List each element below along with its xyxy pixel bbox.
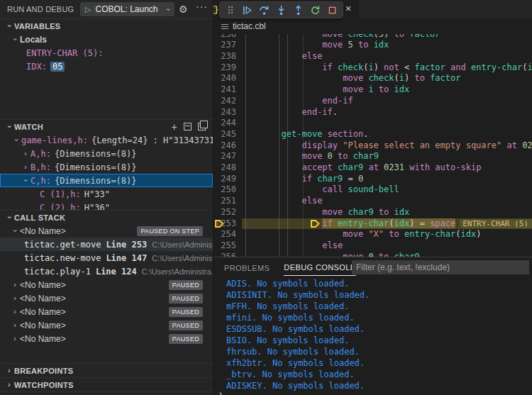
watch-row[interactable]: ›C (2),h:H"36" xyxy=(0,201,213,210)
console-output-line: ADIS. No symbols loaded. xyxy=(226,278,532,289)
tab-problems[interactable]: PROBLEMS xyxy=(224,260,270,276)
token: move xyxy=(343,252,368,257)
code-line[interactable]: 237move 5 to idx xyxy=(214,40,532,51)
watch-row[interactable]: ›A,h:{Dimensions=(8)} xyxy=(0,147,213,160)
call-stack-thread-row[interactable]: ›<No Name>PAUSED xyxy=(0,305,213,318)
line-number[interactable]: 243 xyxy=(214,107,236,118)
tab-debug-console[interactable]: DEBUG CONSOLE xyxy=(284,259,355,276)
token: at xyxy=(506,140,522,150)
code-line[interactable]: 256move 0 to char9 xyxy=(214,252,532,257)
variables-section-header[interactable]: › VARIABLES xyxy=(0,18,213,33)
line-number[interactable]: 244 xyxy=(214,118,236,129)
line-number[interactable]: 246 xyxy=(214,140,236,152)
line-number[interactable]: 248 xyxy=(214,162,236,174)
variable-row[interactable]: ENTRY-CHAR (5): xyxy=(0,46,213,60)
line-number[interactable]: 240 xyxy=(214,73,236,84)
code-line[interactable]: 246display "Please select an empty squar… xyxy=(214,140,532,152)
line-number[interactable]: 245 xyxy=(214,129,236,140)
call-stack-frame-row[interactable]: tictac.new-moveLine 147C:\Users\Adminis… xyxy=(0,251,213,265)
more-actions-icon[interactable]: ··· xyxy=(196,1,208,12)
line-number[interactable]: 238 xyxy=(214,51,236,62)
line-number[interactable]: 249 xyxy=(214,174,236,185)
debug-sidebar-titlebar: RUN AND DEBUG ▷ COBOL: Launch › ⚙ ··· xyxy=(0,0,213,18)
code-line[interactable]: 239if check(i) not < factor and entry-ch… xyxy=(214,62,532,74)
call-stack-thread-row[interactable]: ›<No Name>PAUSED xyxy=(0,318,213,332)
line-number[interactable]: 251 xyxy=(214,196,236,207)
call-stack-thread-row[interactable]: ›<No Name>PAUSED xyxy=(0,291,213,305)
section-header-watchpoints[interactable]: ›WATCHPOINTS xyxy=(0,377,213,391)
console-input-prompt[interactable]: › xyxy=(218,388,223,395)
code-line[interactable]: 249if char9 = 0 xyxy=(214,174,532,185)
code-line[interactable]: 241move i to idx xyxy=(214,84,532,96)
code-line[interactable]: 240move check(i) to factor xyxy=(214,73,532,84)
call-stack-frame-row[interactable]: tictac.play-1Line 124C:\Users\Administra… xyxy=(0,265,213,278)
step-into-button[interactable] xyxy=(275,4,287,16)
close-icon[interactable]: × xyxy=(342,3,355,14)
code-line[interactable]: 245get-move section. xyxy=(214,129,532,140)
remove-all-expressions-icon[interactable] xyxy=(198,123,206,130)
console-filter-input[interactable] xyxy=(352,260,529,274)
settings-gear-icon[interactable]: ⚙ xyxy=(179,4,188,15)
code-line[interactable]: 250call sound-bell xyxy=(214,184,532,196)
line-number[interactable]: 252 xyxy=(214,207,236,218)
code-line[interactable]: 252move char9 to idx xyxy=(214,207,532,218)
variables-scope-row[interactable]: ›Locals xyxy=(0,33,213,46)
line-number[interactable]: 255 xyxy=(214,240,236,252)
call-stack-thread-row[interactable]: ›<No Name>PAUSED ON STEP xyxy=(0,224,213,238)
call-stack-section: › CALL STACK ›<No Name>PAUSED ON STEPtic… xyxy=(0,210,213,363)
token: check xyxy=(368,73,394,83)
variable-row[interactable]: IDX:05 xyxy=(0,60,213,73)
drag-handle-icon[interactable] xyxy=(224,4,236,16)
watch-row[interactable]: ›C,h:{Dimensions=(8)} xyxy=(0,174,213,187)
token: idx xyxy=(460,229,476,239)
token: at xyxy=(368,162,384,172)
line-number[interactable]: 254 xyxy=(214,229,236,240)
line-number[interactable]: 237 xyxy=(214,40,236,51)
code-tokens: move "X" to entry-char(idx) xyxy=(343,229,481,239)
watch-row[interactable]: ›B,h:{Dimensions=(8)} xyxy=(0,160,213,174)
watch-row[interactable]: ›C (1),h:H"33" xyxy=(0,187,213,201)
line-number[interactable]: 241 xyxy=(214,84,236,96)
watch-expression-name: B,h: xyxy=(31,162,51,172)
call-stack-frame-row[interactable]: tictac.get-moveLine 253C:\Users\Adminis… xyxy=(0,238,213,251)
section-header-breakpoints[interactable]: ›BREAKPOINTS xyxy=(0,363,213,377)
add-expression-icon[interactable]: + xyxy=(172,121,177,133)
call-stack-section-header[interactable]: › CALL STACK xyxy=(0,210,213,224)
watch-section-header[interactable]: › WATCH + xyxy=(0,119,213,133)
thread-name: <No Name> xyxy=(20,226,66,236)
code-line[interactable]: 244 xyxy=(214,118,532,129)
stop-button[interactable] xyxy=(326,4,338,16)
code-line[interactable]: 248accept char9 at 0231 with auto-skip xyxy=(214,162,532,174)
breadcrumb[interactable]: tictac.cbl xyxy=(214,18,532,34)
line-number[interactable]: 242 xyxy=(214,96,236,107)
collapse-all-icon[interactable] xyxy=(184,123,192,130)
code-editor[interactable]: 236move check(5) to factor237move 5 to i… xyxy=(214,0,532,257)
code-line-text: if char9 = 0 xyxy=(245,174,532,185)
token: and xyxy=(450,62,471,72)
code-line[interactable]: 254move "X" to entry-char(idx) xyxy=(214,229,532,240)
code-line[interactable]: 251else xyxy=(214,196,532,207)
restart-button[interactable] xyxy=(309,4,321,16)
step-out-button[interactable] xyxy=(292,4,304,16)
line-number[interactable]: 239 xyxy=(214,62,236,74)
line-number[interactable]: 247 xyxy=(214,151,236,162)
code-line[interactable]: 253if entry-char(idx) = spaceENTRY-CHAR … xyxy=(214,218,532,230)
chevron-down-icon: › xyxy=(6,122,13,132)
step-over-button[interactable] xyxy=(258,4,270,16)
call-stack-thread-row[interactable]: ›<No Name>PAUSED xyxy=(0,332,213,345)
code-line[interactable]: 242end-if xyxy=(214,96,532,107)
line-number[interactable]: 250 xyxy=(214,184,236,196)
call-stack-thread-row[interactable]: ›<No Name>PAUSED xyxy=(0,278,213,291)
launch-config-select[interactable]: ▷ COBOL: Launch › xyxy=(80,2,174,16)
chevron-right-icon: › xyxy=(10,308,20,316)
section-header-program-breakpoints[interactable]: ›PROGRAM BREAKPOINTS xyxy=(0,391,213,395)
code-line[interactable]: 238else xyxy=(214,51,532,62)
code-line[interactable]: 247move 0 to char9 xyxy=(214,151,532,162)
code-line[interactable]: 255else xyxy=(214,240,532,252)
continue-button[interactable] xyxy=(241,4,253,16)
line-number[interactable]: 253 xyxy=(214,218,236,230)
watch-row[interactable]: ›game-lines,h:{Length=24} : H"3134373132… xyxy=(0,133,213,147)
start-debug-icon[interactable]: ▷ xyxy=(85,5,91,14)
line-number[interactable]: 256 xyxy=(214,252,236,257)
code-line[interactable]: 243end-if. xyxy=(214,107,532,118)
